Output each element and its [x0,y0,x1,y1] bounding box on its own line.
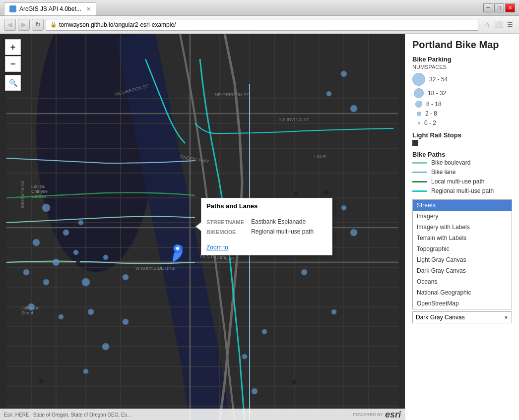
tab-label: ArcGIS JS API 4.0bet... [19,5,81,12]
svg-rect-72 [76,261,80,265]
parking-item-1: 32 - 54 [412,73,512,86]
svg-point-57 [59,314,64,319]
parking-item-2: 18 - 32 [412,88,512,98]
popup-title: Paths and Lanes [201,198,332,214]
svg-point-50 [53,259,60,266]
parking-label-3: 8 - 18 [426,101,442,108]
attribution-bar: Esri, HERE | State of Oregon, State of O… [0,409,405,420]
bike-path-line-3 [412,181,427,182]
basemap-option-imagery-labels[interactable]: Imagery with Labels [413,222,512,233]
svg-point-45 [42,204,50,212]
parking-label-2: 18 - 32 [428,90,446,97]
browser-chrome: ArcGIS JS API 4.0bet... ✕ ─ □ ✕ ◀ ▶ ↻ 🔒 … [0,0,519,34]
basemap-option-osm[interactable]: OpenStreetMap [413,298,512,309]
basemap-option-oceans[interactable]: Oceans [413,276,512,287]
basemap-current-value: Dark Gray Canvas [416,314,465,321]
window-controls: ─ □ ✕ [483,3,515,12]
basemap-option-terrain-labels[interactable]: Terrain with Labels [413,233,512,243]
svg-rect-76 [292,380,296,384]
light-rail-symbol [412,140,418,146]
close-button[interactable]: ✕ [505,3,515,12]
search-button[interactable]: 🔍 [5,75,21,91]
attribution-text: Esri, HERE | State of Oregon, State of O… [4,412,131,418]
svg-point-48 [78,220,83,225]
light-rail-title: Light Rail Stops [412,131,512,139]
svg-point-63 [341,205,346,210]
svg-point-52 [43,279,49,285]
browser-tab[interactable]: ArcGIS JS API 4.0bet... ✕ [4,2,96,15]
popup-arrow [196,223,201,231]
bike-path-line-2 [412,172,427,173]
security-icon: 🔒 [50,21,57,28]
esri-logo: POWERED BY esri [353,410,401,420]
svg-text:Street: Street [21,310,34,315]
bike-path-1: Bike boulevard [412,159,512,166]
map-container[interactable]: NE OREGON ST NE OREGON ST NE IRVING ST I… [0,34,405,420]
svg-point-69 [341,71,347,77]
map-controls: + − 🔍 [5,39,21,91]
basemap-option-national-geo[interactable]: National Geographic [413,287,512,298]
back-button[interactable]: ◀ [4,19,16,31]
popup-body: STREETNAME Eastbank Esplanade BIKEMODE R… [201,214,332,242]
basemap-option-imagery[interactable]: Imagery [413,211,512,222]
menu-icon[interactable]: ☰ [505,20,515,30]
main-area: NE OREGON ST NE OREGON ST NE IRVING ST I… [0,34,519,420]
address-bar[interactable]: 🔒 tomwayson.github.io/angular2-esri-exam… [46,19,478,31]
screenshot-icon[interactable]: ⬜ [494,20,504,30]
parking-circle-1 [412,73,425,86]
bike-path-label-2: Bike lane [431,169,455,176]
basemap-option-streets[interactable]: Streets [413,200,512,211]
basemap-option-light-gray[interactable]: Light Gray Canvas [413,254,512,265]
svg-point-68 [83,369,88,374]
popup-streetname-row: STREETNAME Eastbank Esplanade [206,218,327,225]
bike-parking-title: Bike Parking [412,56,512,63]
esri-brand-text: esri [385,410,401,420]
parking-circle-2 [414,88,424,98]
svg-point-62 [350,229,357,236]
light-rail-item [412,140,512,146]
svg-point-58 [88,309,94,315]
svg-text:Lan Su: Lan Su [31,184,46,189]
svg-point-71 [350,105,357,112]
basemap-option-topographic[interactable]: Topographic [413,243,512,254]
svg-text:Chinese: Chinese [31,189,48,194]
bike-path-label-1: Bike boulevard [431,159,470,166]
parking-item-3: 8 - 18 [412,101,512,108]
svg-point-65 [242,354,247,359]
svg-point-55 [123,274,129,280]
basemap-select-button[interactable]: Dark Gray Canvas ▼ [412,311,512,323]
bookmark-icon[interactable]: ☆ [482,20,492,30]
refresh-button[interactable]: ↻ [32,19,44,31]
parking-circle-5 [418,122,420,124]
svg-text:SW BURNSIDE: SW BURNSIDE [20,180,25,208]
zoom-out-button[interactable]: − [5,56,21,72]
legend-panel: Portland Bike Map Bike Parking NUMSPACES… [405,34,519,420]
zoom-in-button[interactable]: + [5,39,21,55]
forward-button[interactable]: ▶ [18,19,30,31]
popup-streetname-val: Eastbank Esplanade [251,218,306,225]
svg-point-64 [252,388,258,394]
maximize-button[interactable]: □ [494,3,504,12]
parking-item-5: 0 - 2 [412,120,512,126]
svg-point-59 [262,329,267,334]
svg-point-67 [102,343,109,350]
minimize-button[interactable]: ─ [483,3,493,12]
svg-point-53 [82,278,90,286]
parking-item-4: 2 - 8 [412,110,512,117]
svg-point-70 [326,91,331,96]
bike-path-4: Regional multi-use path [412,187,512,194]
map-popup: Paths and Lanes STREETNAME Eastbank Espl… [201,198,332,255]
tab-close-button[interactable]: ✕ [86,6,91,12]
bike-path-3: Local multi-use path [412,178,512,185]
popup-streetname-key: STREETNAME [206,218,251,225]
parking-label-1: 32 - 54 [429,76,448,83]
bike-paths-title: Bike Paths [412,151,512,158]
nav-bar: ◀ ▶ ↻ 🔒 tomwayson.github.io/angular2-esr… [0,16,519,34]
parking-label-4: 2 - 8 [425,110,437,117]
zoom-to-link[interactable]: Zoom to [201,242,332,255]
bike-path-2: Bike lane [412,169,512,176]
svg-rect-74 [324,190,328,194]
basemap-list: Streets Imagery Imagery with Labels Terr… [413,200,512,309]
basemap-option-dark-gray[interactable]: Dark Gray Canvas [413,265,512,276]
svg-rect-73 [294,192,298,196]
